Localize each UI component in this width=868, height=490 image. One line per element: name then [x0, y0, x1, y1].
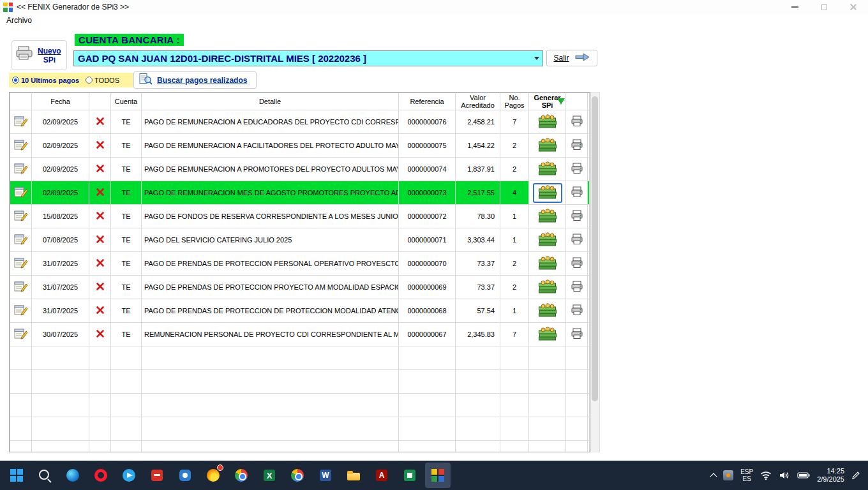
edge-taskbar-icon[interactable]	[60, 463, 86, 488]
edit-row-icon[interactable]	[14, 328, 28, 339]
tray-app-icon[interactable]	[723, 470, 733, 480]
postbox-taskbar-icon[interactable]	[144, 463, 170, 488]
green-app-taskbar-icon[interactable]	[397, 463, 423, 488]
edit-row-icon[interactable]	[14, 115, 28, 127]
cell-fecha: 02/09/2025	[32, 110, 89, 134]
telegram-taskbar-icon[interactable]	[116, 463, 142, 488]
edit-row-icon[interactable]	[14, 139, 28, 151]
header-generar-spi[interactable]: Generar SPi	[529, 93, 566, 110]
delete-icon[interactable]	[96, 306, 105, 315]
volume-icon[interactable]	[779, 471, 790, 480]
header-no-pagos[interactable]: No. Pagos	[500, 93, 529, 110]
language-indicator[interactable]: ESP ES	[740, 468, 753, 482]
edit-row-icon[interactable]	[14, 234, 28, 245]
print-icon[interactable]	[571, 115, 583, 127]
table-row[interactable]: 30/07/2025 TE REMUNERACION PERSONAL DE P…	[10, 323, 590, 346]
firefox-taskbar-icon[interactable]	[200, 463, 226, 488]
header-fecha[interactable]: Fecha	[32, 93, 89, 110]
generar-spi-button[interactable]	[533, 112, 562, 132]
opera-taskbar-icon[interactable]	[88, 463, 114, 488]
print-icon[interactable]	[571, 139, 583, 151]
print-icon[interactable]	[571, 328, 583, 339]
radio-todos[interactable]: TODOS	[86, 77, 119, 84]
generar-spi-button[interactable]	[533, 160, 562, 179]
table-scrollbar[interactable]	[590, 92, 600, 452]
delete-icon[interactable]	[96, 188, 105, 197]
fenix-taskbar-icon[interactable]	[425, 463, 451, 488]
generar-spi-button[interactable]	[533, 278, 562, 297]
table-row[interactable]: 31/07/2025 TE PAGO DE PRENDAS DE PROTECC…	[10, 252, 590, 276]
word-taskbar-icon[interactable]	[313, 463, 338, 488]
delete-icon[interactable]	[96, 329, 105, 338]
print-icon[interactable]	[571, 186, 583, 198]
delete-icon[interactable]	[96, 211, 105, 220]
delete-icon[interactable]	[96, 282, 105, 291]
generar-spi-button[interactable]	[533, 183, 562, 203]
app-blue-taskbar-icon[interactable]	[172, 463, 198, 488]
combo-dropdown-button[interactable]	[531, 51, 542, 66]
start-taskbar-icon[interactable]	[4, 463, 29, 488]
maximize-button[interactable]	[809, 0, 839, 14]
cell-referencia: 0000000069	[399, 276, 456, 299]
file-explorer-taskbar-icon[interactable]	[341, 463, 366, 488]
wifi-icon[interactable]	[760, 471, 772, 480]
header-cuenta[interactable]: Cuenta	[111, 93, 142, 110]
table-row[interactable]: 02/09/2025 TE PAGO DE REMUNERACION MES D…	[10, 181, 590, 205]
generar-spi-button[interactable]	[533, 207, 562, 226]
tray-chevron-up-icon[interactable]	[711, 472, 716, 479]
table-row[interactable]: 02/09/2025 TE PAGO DE REMUNERACION A PRO…	[10, 158, 590, 181]
generar-spi-button[interactable]	[533, 325, 562, 345]
browser-taskbar-icon[interactable]	[285, 463, 310, 488]
cuenta-bancaria-select[interactable]: GAD PQ SAN JUAN 12D01-DIREC-DISTRITAL MI…	[73, 50, 543, 66]
table-row[interactable]: 02/09/2025 TE PAGO DE REMUNERACION A FAC…	[10, 134, 590, 158]
generar-spi-button[interactable]	[533, 254, 562, 274]
delete-icon[interactable]	[96, 235, 105, 244]
header-valor-acreditado[interactable]: Valor Acreditado	[456, 93, 500, 110]
scrollbar-thumb[interactable]	[592, 96, 598, 401]
print-icon[interactable]	[571, 163, 583, 174]
table-row[interactable]: 15/08/2025 TE PAGO DE FONDOS DE RESERVA …	[10, 205, 590, 228]
print-icon[interactable]	[571, 234, 583, 245]
table-row[interactable]: 02/09/2025 TE PAGO DE REMUNERACION A EDU…	[10, 110, 590, 134]
cell-cuenta: TE	[111, 276, 142, 299]
print-icon[interactable]	[571, 210, 583, 221]
clock[interactable]: 14:25 2/9/2025	[817, 467, 844, 484]
edit-row-icon[interactable]	[14, 186, 28, 198]
edit-row-icon[interactable]	[14, 210, 28, 221]
buscar-pagos-button[interactable]: Buscar pagos realizados	[133, 71, 257, 89]
print-icon[interactable]	[571, 257, 583, 269]
radio-ultimos-pagos[interactable]: 10 Ultimos pagos	[12, 77, 79, 84]
nuevo-spi-button[interactable]: Nuevo SPi	[11, 40, 67, 70]
edit-row-icon[interactable]	[14, 304, 28, 316]
excel-taskbar-icon[interactable]	[257, 463, 282, 488]
search-page-icon	[138, 73, 153, 88]
chrome-taskbar-icon[interactable]	[228, 463, 254, 488]
header-detalle[interactable]: Detalle	[142, 93, 399, 110]
edit-row-icon[interactable]	[14, 281, 28, 292]
pen-icon[interactable]	[851, 471, 860, 480]
salir-button[interactable]: Salir	[546, 50, 597, 66]
generar-spi-button[interactable]	[533, 301, 562, 321]
table-row[interactable]: 31/07/2025 TE PAGO DE PRENDAS DE PROTECC…	[10, 299, 590, 323]
acrobat-taskbar-icon[interactable]	[369, 463, 394, 488]
generar-spi-button[interactable]	[533, 230, 562, 250]
edit-row-icon[interactable]	[14, 163, 28, 174]
close-button[interactable]	[839, 0, 868, 14]
header-referencia[interactable]: Referencia	[399, 93, 456, 110]
search-taskbar-icon[interactable]	[32, 463, 57, 488]
battery-icon[interactable]	[797, 471, 810, 479]
delete-icon[interactable]	[96, 140, 105, 149]
table-row[interactable]: 31/07/2025 TE PAGO DE PRENDAS DE PROTECC…	[10, 276, 590, 299]
edit-row-icon[interactable]	[14, 257, 28, 269]
menu-archivo[interactable]: Archivo	[0, 16, 38, 25]
delete-icon[interactable]	[96, 164, 105, 173]
generar-spi-button[interactable]	[533, 136, 562, 156]
cell-cuenta: TE	[111, 110, 142, 134]
delete-icon[interactable]	[96, 258, 105, 267]
delete-icon[interactable]	[96, 117, 105, 126]
minimize-button[interactable]	[780, 0, 809, 14]
print-icon[interactable]	[571, 281, 583, 292]
print-icon[interactable]	[571, 304, 583, 316]
table-row[interactable]: 07/08/2025 TE PAGO DEL SERVICIO CATERING…	[10, 228, 590, 252]
cell-filler	[588, 205, 590, 228]
